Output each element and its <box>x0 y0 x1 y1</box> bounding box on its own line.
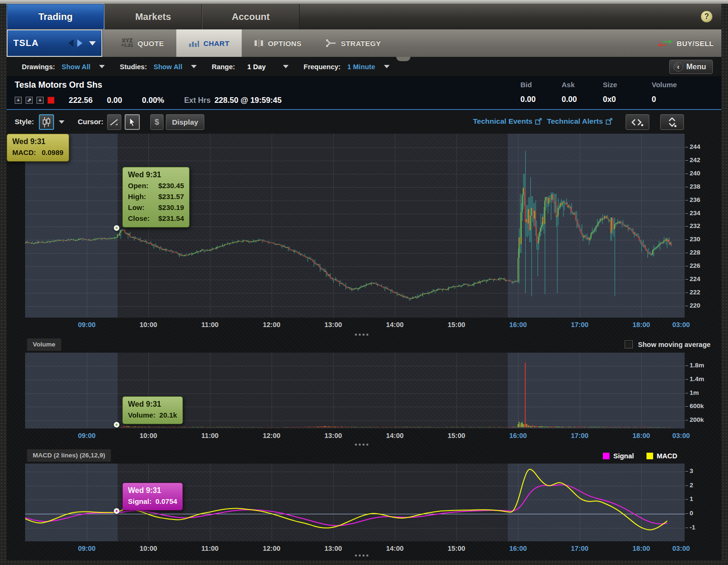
display-button[interactable]: Display <box>166 114 204 130</box>
nav-strategy-label: STRATEGY <box>341 39 381 47</box>
pointer-cursor-button[interactable] <box>125 114 140 130</box>
value-axis-label: 236 <box>690 196 701 203</box>
buy-sell-button[interactable]: BUY/SELL <box>658 29 714 57</box>
price-tooltip: Wed 9:31 Open:$230.45 High:$231.57 Low:$… <box>122 167 190 228</box>
candlestick-style-button[interactable] <box>39 114 54 130</box>
time-axis-label: 12:00 <box>263 321 280 328</box>
tab-markets[interactable]: Markets <box>104 4 202 29</box>
nav-quote[interactable]: XYZ +1.21 QUOTE <box>109 29 176 57</box>
add-study-icon[interactable]: ⇗ <box>26 97 33 104</box>
volume-panel-tab[interactable]: Volume <box>27 338 61 351</box>
moving-average-label: Show moving average <box>638 341 710 348</box>
nav-options[interactable]: OPTIONS <box>242 29 314 57</box>
moving-average-checkbox[interactable] <box>625 340 633 348</box>
window-frame-top <box>0 0 728 4</box>
window-frame-left <box>0 4 7 565</box>
time-axis-label: 16:00 <box>509 545 527 552</box>
time-axis-label: 17:00 <box>571 432 588 439</box>
quote-icon: XYZ +1.21 <box>121 38 133 48</box>
time-axis-label: 13:00 <box>324 545 342 552</box>
last-price: 222.56 <box>69 96 92 105</box>
technical-alerts-link[interactable]: Technical Alerts <box>547 117 612 126</box>
legend-macd: MACD <box>646 452 678 460</box>
candlestick-icon <box>42 117 51 128</box>
time-axis-label: 11:00 <box>201 321 218 328</box>
price-crosshair-marker <box>114 225 119 231</box>
macd-crosshair-marker <box>114 508 119 514</box>
nav-options-label: OPTIONS <box>268 39 301 47</box>
frequency-value[interactable]: 1 Minute <box>347 63 375 71</box>
trading-app: Trading Markets Account ? TSLA XYZ +1.21… <box>0 0 728 565</box>
symbol-prev-icon[interactable] <box>68 39 73 47</box>
menu-label: Menu <box>686 63 706 71</box>
symbol-selector[interactable]: TSLA <box>7 29 102 57</box>
macd-panel-tab[interactable]: MACD (2 lines) (26,12,9) <box>27 449 111 462</box>
frequency-label: Frequency: <box>304 63 341 71</box>
legend-signal: Signal <box>603 452 634 460</box>
value-axis-label: -1 <box>690 524 695 531</box>
value-axis-label: 3 <box>690 467 693 474</box>
add-alert-icon[interactable]: + <box>36 97 44 104</box>
time-axis-label: 15:00 <box>447 545 465 552</box>
time-axis-label: 17:00 <box>571 321 588 328</box>
collapse-handle[interactable] <box>396 57 410 61</box>
show-moving-average-toggle[interactable]: Show moving average <box>625 340 710 348</box>
value-axis-label: 230 <box>690 236 701 243</box>
value-axis-label: 232 <box>690 222 701 229</box>
time-axis-label: 03:00 <box>672 321 690 328</box>
sub-toolbar: TSLA XYZ +1.21 QUOTE CHART <box>7 29 721 57</box>
panel-resize-handle[interactable] <box>355 334 368 336</box>
add-drawing-icon[interactable]: + <box>15 97 22 104</box>
drawings-value[interactable]: Show All <box>62 63 91 71</box>
expand-vertical-icon <box>667 118 677 127</box>
value-axis-label: 200k <box>690 416 704 423</box>
macd-legend: Signal MACD <box>603 452 677 460</box>
symbol-input[interactable]: TSLA <box>13 38 68 48</box>
studies-caret-icon[interactable] <box>191 65 197 68</box>
time-axis-label: 10:00 <box>139 545 157 552</box>
tab-trading[interactable]: Trading <box>7 4 104 29</box>
time-axis-label: 03:00 <box>672 545 690 552</box>
trendline-cursor-button[interactable] <box>107 114 121 130</box>
value-axis-label: 2 <box>690 482 693 489</box>
time-axis-label: 14:00 <box>386 321 403 328</box>
tab-account[interactable]: Account <box>202 4 300 29</box>
panel-resize-handle[interactable] <box>355 555 368 556</box>
menu-button[interactable]: ‹ Menu <box>669 60 713 74</box>
studies-value[interactable]: Show All <box>154 63 182 71</box>
panel-resize-handle[interactable] <box>355 444 368 446</box>
signal-tooltip: Wed 9:31 Signal:0.0754 <box>122 483 183 510</box>
nav-strategy[interactable]: STRATEGY <box>314 29 393 57</box>
ext-hrs-label: Ext Hrs <box>184 96 210 105</box>
value-axis-label: 242 <box>690 156 701 164</box>
symbol-next-icon[interactable] <box>77 39 82 47</box>
expand-vertical-button[interactable] <box>660 114 684 130</box>
record-marker-icon[interactable] <box>47 97 55 104</box>
pointer-icon <box>128 118 136 127</box>
time-axis-label: 15:00 <box>447 321 465 328</box>
time-axis-label: 13:00 <box>324 432 342 439</box>
nav-chart[interactable]: CHART <box>176 29 242 57</box>
value-axis-label: 244 <box>690 143 701 150</box>
chart-style-bar: Style: Cursor: $ Display <box>7 111 721 134</box>
drawings-caret-icon[interactable] <box>99 65 105 68</box>
trendline-icon <box>110 118 118 127</box>
frequency-caret-icon[interactable] <box>384 65 390 68</box>
buy-sell-label: BUY/SELL <box>677 39 714 47</box>
symbol-dropdown-icon[interactable] <box>89 41 96 46</box>
drawings-label: Drawings: <box>22 63 55 71</box>
range-value[interactable]: 1 Day <box>247 63 266 71</box>
volume-x-axis: 09:0010:0011:0012:0013:0014:0015:0016:00… <box>7 428 721 444</box>
range-caret-icon[interactable] <box>283 65 289 68</box>
value-axis-label: 240 <box>690 170 701 177</box>
signal-swatch-icon <box>603 453 610 459</box>
chart-bars-icon <box>189 39 199 47</box>
expand-horizontal-button[interactable] <box>626 114 649 130</box>
technical-events-link[interactable]: Technical Events <box>473 117 542 126</box>
style-caret-icon[interactable] <box>59 120 64 124</box>
time-axis-label: 09:00 <box>78 321 95 328</box>
ext-hrs-value: 228.50 @ 19:59:45 <box>214 96 282 105</box>
expand-horizontal-icon <box>631 118 644 126</box>
help-icon[interactable]: ? <box>701 10 713 23</box>
dollar-scale-button[interactable]: $ <box>150 114 164 130</box>
